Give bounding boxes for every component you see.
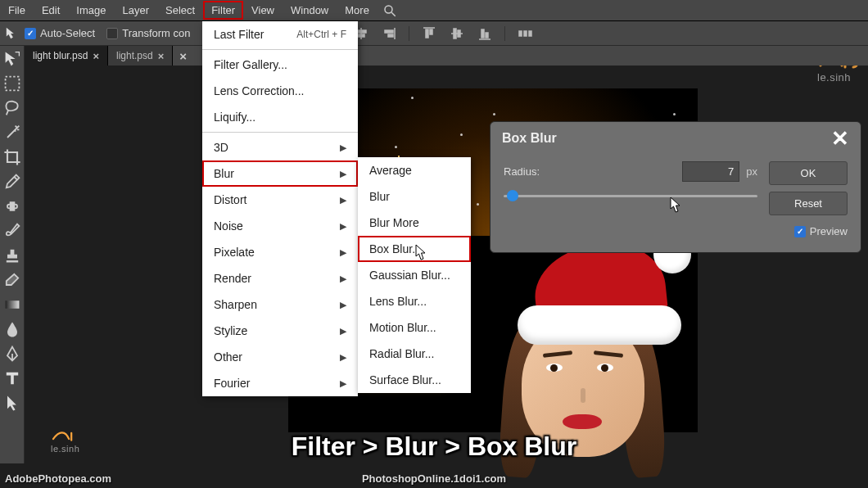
dd-other[interactable]: Other▶ [202, 344, 358, 370]
menu-window[interactable]: Window [283, 1, 337, 20]
toolbar [0, 46, 25, 463]
transform-controls-toggle[interactable]: Transform con [106, 27, 190, 39]
align-right-icon[interactable] [381, 25, 397, 42]
dd-label: Lens Blur... [369, 295, 427, 308]
dd-filter-gallery[interactable]: Filter Gallery... [202, 52, 358, 78]
gradient-tool-icon[interactable] [2, 295, 22, 314]
close-icon[interactable]: × [93, 50, 99, 62]
align-top-icon[interactable] [421, 25, 437, 42]
svg-rect-21 [524, 31, 527, 36]
close-icon[interactable]: ✕ [831, 130, 849, 147]
dd-box-blur[interactable]: Box Blur... [358, 236, 471, 262]
stamp-tool-icon[interactable] [2, 246, 22, 265]
dd-radial-blur[interactable]: Radial Blur... [358, 341, 471, 367]
wand-tool-icon[interactable] [2, 123, 22, 142]
close-all-icon[interactable]: × [173, 49, 193, 63]
dd-lens-correction[interactable]: Lens Correction... [202, 78, 358, 104]
svg-rect-19 [486, 33, 488, 38]
dd-average[interactable]: Average [358, 157, 471, 183]
eyedropper-tool-icon[interactable] [2, 172, 22, 192]
menu-view[interactable]: View [243, 1, 283, 20]
radius-input[interactable]: 7 [682, 161, 739, 182]
dd-last-filter[interactable]: Last Filter Alt+Ctrl + F [202, 21, 358, 47]
dd-3d[interactable]: 3D▶ [202, 134, 358, 160]
dd-distort[interactable]: Distort▶ [202, 187, 358, 213]
move-tool-icon[interactable] [2, 49, 22, 69]
preview-label: Preview [810, 225, 848, 237]
dd-lens-blur[interactable]: Lens Blur... [358, 288, 471, 314]
reset-button[interactable]: Reset [769, 192, 848, 215]
footer: AdobePhotopea.com PhotoshopOnline.1doi1.… [0, 468, 868, 488]
preview-toggle[interactable]: ✓ Preview [794, 225, 848, 237]
align-bottom-icon[interactable] [477, 25, 493, 42]
eraser-tool-icon[interactable] [2, 270, 22, 290]
dd-blur-item[interactable]: Blur [358, 183, 471, 210]
svg-rect-7 [358, 34, 364, 37]
dd-label: Radial Blur... [369, 347, 434, 360]
unit-label: px [746, 165, 757, 178]
menu-image[interactable]: Image [68, 1, 114, 20]
menu-edit[interactable]: Edit [34, 1, 68, 20]
tab-light-blur[interactable]: light blur.psd × [25, 46, 108, 66]
menu-more[interactable]: More [337, 1, 377, 20]
cursor-icon [415, 244, 428, 260]
radius-label: Radius: [504, 165, 676, 178]
brush-tool-icon[interactable] [2, 221, 22, 241]
slider-thumb[interactable] [507, 190, 518, 201]
move-tool-icon[interactable] [5, 26, 20, 41]
dd-stylize[interactable]: Stylize▶ [202, 318, 358, 344]
menu-file[interactable]: File [0, 1, 34, 20]
blur-tool-icon[interactable] [2, 319, 22, 339]
blur-submenu: Average Blur Blur More Box Blur... Gauss… [358, 157, 471, 393]
separator [409, 26, 409, 41]
align-center-v-icon[interactable] [449, 25, 465, 42]
dd-motion-blur[interactable]: Motion Blur... [358, 314, 471, 341]
search-icon[interactable] [382, 3, 397, 18]
santa-hat-graphic [518, 244, 681, 350]
svg-rect-9 [385, 30, 393, 33]
dd-label: Lens Correction... [214, 84, 305, 97]
slider-track [504, 195, 757, 197]
dd-label: Distort [214, 193, 246, 206]
dd-fourier[interactable]: Fourier▶ [202, 370, 358, 396]
dd-label: Box Blur... [369, 242, 422, 255]
heal-tool-icon[interactable] [2, 197, 22, 216]
watermark-text: le.sinh [817, 71, 861, 84]
dd-noise[interactable]: Noise▶ [202, 213, 358, 239]
lasso-tool-icon[interactable] [2, 98, 22, 118]
chevron-right-icon: ▶ [340, 300, 346, 310]
dd-label: Blur [214, 167, 234, 180]
footer-left: AdobePhotopea.com [5, 472, 111, 485]
radius-slider[interactable] [504, 188, 757, 203]
menu-select[interactable]: Select [157, 1, 203, 20]
close-icon[interactable]: × [158, 50, 165, 62]
separator [504, 26, 505, 41]
separator [202, 132, 358, 133]
menu-filter[interactable]: Filter [203, 1, 243, 20]
svg-rect-13 [430, 29, 432, 34]
marquee-tool-icon[interactable] [2, 74, 22, 93]
dd-pixelate[interactable]: Pixelate▶ [202, 239, 358, 265]
dd-render[interactable]: Render▶ [202, 265, 358, 291]
auto-select-toggle[interactable]: ✓ Auto-Select [25, 27, 95, 39]
tab-light[interactable]: light.psd × [108, 46, 173, 66]
dd-label: Filter Gallery... [214, 58, 287, 71]
dd-sharpen[interactable]: Sharpen▶ [202, 291, 358, 318]
dd-liquify[interactable]: Liquify... [202, 104, 358, 130]
chevron-right-icon: ▶ [340, 247, 346, 258]
menu-layer[interactable]: Layer [115, 1, 158, 20]
type-tool-icon[interactable] [2, 368, 22, 388]
svg-rect-15 [454, 29, 456, 38]
pen-tool-icon[interactable] [2, 344, 22, 364]
ok-button[interactable]: OK [769, 161, 848, 185]
dd-surface-blur[interactable]: Surface Blur... [358, 367, 471, 393]
dd-blur[interactable]: Blur▶ [202, 160, 358, 187]
crop-tool-icon[interactable] [2, 147, 22, 167]
dd-label: Sharpen [214, 298, 257, 311]
dd-blur-more[interactable]: Blur More [358, 210, 471, 236]
dd-gaussian-blur[interactable]: Gaussian Blur... [358, 262, 471, 288]
dd-label: Average [369, 164, 412, 177]
distribute-icon[interactable] [517, 25, 533, 42]
path-select-tool-icon[interactable] [2, 393, 22, 413]
svg-point-0 [385, 6, 392, 13]
